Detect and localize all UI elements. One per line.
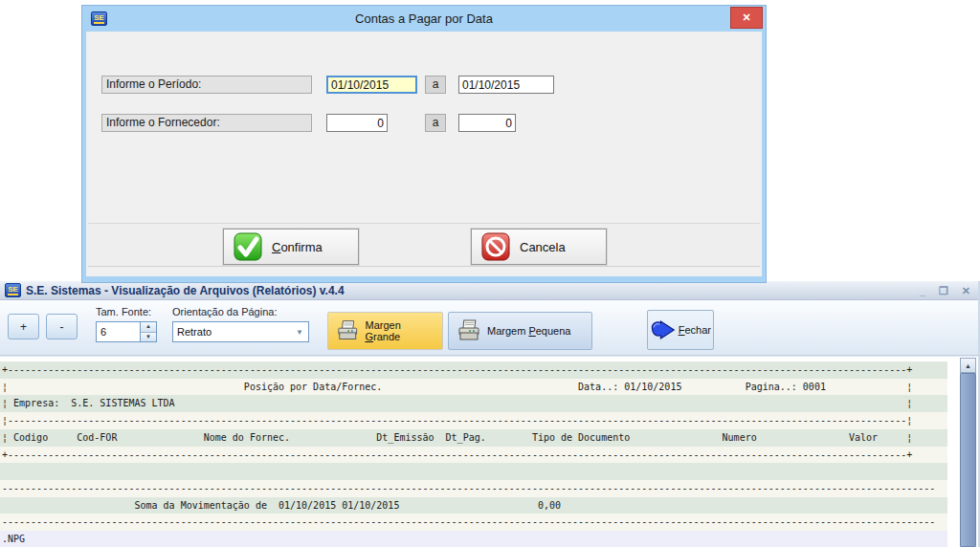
supplier-to-input[interactable] bbox=[458, 114, 516, 132]
close-icon[interactable]: ✕ bbox=[962, 285, 970, 297]
report-line: ----------------------------------------… bbox=[0, 514, 947, 531]
font-size-spinner[interactable]: 6 ▲ ▼ bbox=[96, 321, 157, 342]
viewer-titlebar: SE S.E. Sistemas - Visualização de Arqui… bbox=[0, 281, 978, 300]
screen: SE S.E. Sistemas - Visualização de Arqui… bbox=[0, 0, 980, 547]
margin-large-button[interactable]: Margen Grande bbox=[327, 312, 443, 350]
minimize-icon[interactable]: _ bbox=[920, 285, 925, 296]
viewer-window-title: S.E. Sistemas - Visualização de Arquivos… bbox=[26, 284, 345, 297]
range-separator-label: a bbox=[425, 114, 446, 132]
font-size-value: 6 bbox=[97, 326, 106, 338]
dialog-title: Contas a Pagar por Data bbox=[86, 11, 762, 26]
scrollbar-thumb[interactable] bbox=[960, 373, 976, 547]
close-viewer-button[interactable]: Fechar bbox=[647, 310, 714, 350]
dialog-button-strip: Confirma Cancela bbox=[88, 223, 760, 267]
check-icon bbox=[234, 232, 262, 261]
font-size-label: Tam. Fonte: bbox=[96, 306, 151, 317]
printer-icon bbox=[457, 318, 481, 343]
cancel-label: Cancela bbox=[520, 240, 566, 254]
app-logo-icon: SE bbox=[5, 283, 21, 297]
range-separator-label: a bbox=[425, 76, 446, 94]
viewer-toolbar: + - Tam. Fonte: 6 ▲ ▼ Orientação da Pági… bbox=[0, 300, 978, 356]
report-line: ----------------------------------------… bbox=[0, 480, 947, 497]
report-line: +---------------------------------------… bbox=[0, 447, 947, 464]
close-icon[interactable]: ✕ bbox=[730, 7, 763, 29]
margin-large-label: Margen Grande bbox=[365, 319, 434, 342]
margin-small-button[interactable]: Margem Pequena bbox=[448, 312, 592, 350]
spinner-up-icon[interactable]: ▲ bbox=[141, 322, 156, 333]
period-label: Informe o Período: bbox=[101, 76, 312, 94]
report-line: Soma da Movimentação de 01/10/2015 01/10… bbox=[0, 497, 947, 514]
arrow-right-icon bbox=[650, 317, 677, 342]
spinner-arrows[interactable]: ▲ ▼ bbox=[140, 322, 156, 341]
zoom-out-button[interactable]: - bbox=[46, 314, 78, 339]
close-viewer-label: Fechar bbox=[679, 324, 711, 336]
cancel-button[interactable]: Cancela bbox=[471, 229, 607, 265]
spinner-down-icon[interactable]: ▼ bbox=[141, 333, 156, 342]
report-content: +---------------------------------------… bbox=[0, 361, 947, 547]
zoom-in-button[interactable]: + bbox=[8, 314, 39, 339]
scroll-up-icon[interactable]: ▲ bbox=[960, 358, 976, 373]
report-line: .NPG bbox=[0, 531, 947, 547]
dialog-titlebar: SE Contas a Pagar por Data ✕ bbox=[86, 6, 762, 32]
contas-a-pagar-dialog: SE Contas a Pagar por Data ✕ Informe o P… bbox=[81, 5, 767, 283]
printer-icon bbox=[336, 318, 359, 343]
report-line: ¦ Empresa: S.E. SISTEMAS LTDA ¦ bbox=[0, 395, 947, 412]
no-entry-icon bbox=[481, 232, 510, 261]
confirm-button[interactable]: Confirma bbox=[223, 229, 359, 265]
window-controls: _ ❐ ✕ bbox=[920, 281, 970, 300]
supplier-label: Informe o Fornecedor: bbox=[101, 114, 312, 132]
report-page: +---------------------------------------… bbox=[0, 356, 978, 547]
report-line: +---------------------------------------… bbox=[0, 361, 947, 379]
chevron-down-icon: ▼ bbox=[296, 328, 303, 337]
orientation-value: Retrato bbox=[173, 326, 212, 338]
vertical-scrollbar[interactable]: ▲ bbox=[960, 358, 976, 547]
period-from-input[interactable] bbox=[326, 76, 417, 94]
orientation-label: Orientação da Página: bbox=[172, 306, 277, 317]
margin-small-label: Margem Pequena bbox=[487, 325, 570, 337]
confirm-label: Confirma bbox=[272, 240, 323, 254]
report-line bbox=[0, 463, 947, 480]
report-line: ¦ Posição por Data/Fornec. Data..: 01/10… bbox=[0, 379, 947, 396]
report-viewer-window: SE S.E. Sistemas - Visualização de Arqui… bbox=[0, 281, 980, 547]
dialog-body: Informe o Período: a Informe o Fornecedo… bbox=[86, 32, 762, 276]
orientation-dropdown[interactable]: Retrato ▼ bbox=[172, 321, 309, 342]
supplier-from-input[interactable] bbox=[326, 114, 388, 132]
period-to-input[interactable] bbox=[458, 76, 554, 94]
report-line: ¦ Codigo Cod-FOR Nome do Fornec. Dt_Emis… bbox=[0, 429, 947, 447]
report-line: ¦---------------------------------------… bbox=[0, 412, 947, 429]
restore-icon[interactable]: ❐ bbox=[939, 285, 948, 297]
